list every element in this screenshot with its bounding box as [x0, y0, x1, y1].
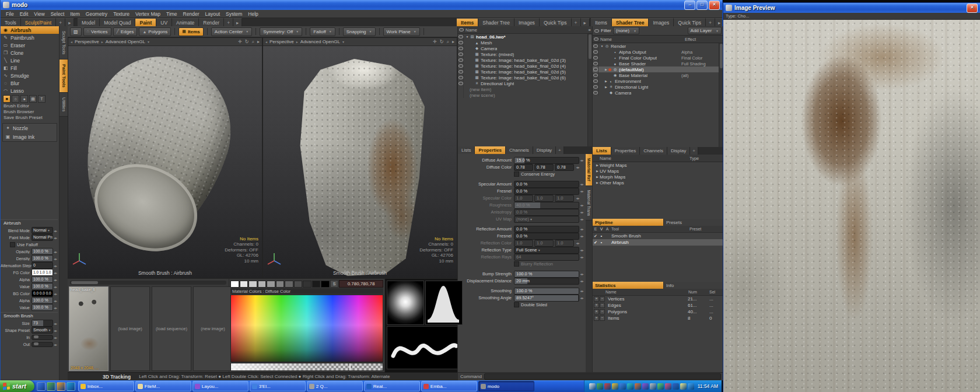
info-tab[interactable]: Info [663, 282, 723, 289]
prev-view-icon[interactable]: ◂ [71, 40, 72, 44]
field-attenuation-steps[interactable]: 0 [32, 262, 53, 269]
value-slider[interactable] [230, 363, 383, 371]
tool-blur[interactable]: ◌Blur [1, 79, 59, 87]
field-bump-strength[interactable]: 100.0 % [514, 271, 579, 278]
field-diffuse-amount[interactable]: 15.0 % [514, 157, 579, 164]
add-layer-dropdown[interactable]: Add Layer ▼ [688, 27, 722, 34]
task-button-filem[interactable]: FileM... [135, 381, 191, 391]
field-opacity[interactable]: 100.0 % [32, 248, 53, 255]
visibility-eye-icon[interactable] [458, 75, 464, 80]
shading-mode-label[interactable]: Advanced OpenGL [300, 39, 340, 44]
field-size[interactable]: 73 [32, 320, 53, 327]
stat-row-edges[interactable]: +−Edges61...... [593, 302, 723, 309]
remove-selection-button[interactable]: − [600, 296, 605, 302]
pipeline-row-airbrush[interactable]: ✔•Airbrush [593, 239, 723, 246]
field-density[interactable]: 100.0 % [32, 255, 53, 262]
list-menu-icon[interactable]: ≡ [589, 27, 591, 33]
task-button-real[interactable]: Real... [364, 381, 420, 391]
gray-swatch[interactable] [276, 281, 285, 288]
visibility-eye-icon[interactable] [458, 69, 464, 75]
orbit-icon[interactable]: ↻ [440, 39, 444, 45]
stepper-icon[interactable]: ◂▸ [575, 165, 580, 169]
task-button-2-q[interactable]: 2 Q... [307, 381, 363, 391]
stepper-icon[interactable]: ◂▸ [53, 335, 58, 340]
maximize-button[interactable]: □ [696, 1, 708, 10]
expander-icon[interactable]: ▶ [595, 169, 600, 173]
thumbnail-new-image[interactable]: (new image) [193, 286, 233, 371]
expander-icon[interactable]: ▼ [600, 44, 604, 48]
tab-uv[interactable]: UV [156, 18, 172, 26]
tab-lists[interactable]: Lists [593, 147, 611, 155]
stepper-icon[interactable]: ◂▸ [53, 306, 58, 310]
visibility-eye-icon[interactable] [593, 72, 598, 78]
viewport-left[interactable]: ◂ Perspective ▸ Advanced OpenGL ▾ ✛ ↻ ⌕ … [68, 37, 262, 278]
tray-icon[interactable] [589, 383, 596, 390]
shader-row-environment[interactable]: ▶◐Environment [593, 78, 719, 84]
tab-model[interactable]: Model [78, 18, 100, 26]
tab-shader-tree[interactable]: Shader Tree [478, 18, 514, 26]
expander-icon[interactable]: ▶ [604, 85, 608, 89]
field-value[interactable]: 100.0 % [32, 283, 53, 290]
visibility-eye-icon[interactable] [593, 84, 598, 90]
tab-overflow-icon[interactable]: ▸ [581, 18, 590, 26]
quick-launch-icon[interactable] [37, 382, 46, 391]
tab-channels[interactable]: Channels [506, 146, 533, 154]
stepper-icon[interactable]: ◂▸ [53, 292, 58, 296]
filter-dropdown[interactable]: (none) ▼ [613, 27, 639, 34]
items-mode-button[interactable]: ▦Items [178, 27, 204, 36]
stepper-icon[interactable]: ◂▸ [579, 289, 584, 293]
tool-line[interactable]: ╲Line [1, 57, 59, 64]
zoom-icon[interactable]: ⌕ [447, 39, 449, 45]
color-component-field[interactable]: 1.0 [534, 240, 554, 247]
visibility-eye-icon[interactable] [458, 51, 464, 57]
pan-icon[interactable]: ✛ [433, 39, 437, 45]
checkbox-conserve-energy[interactable] [514, 172, 519, 177]
visibility-eye-icon[interactable] [458, 46, 464, 51]
tab-paint[interactable]: Paint [135, 18, 156, 26]
checkbox-blurry-reflection[interactable] [514, 261, 519, 267]
slider-in[interactable] [32, 335, 53, 340]
hue-saturation-area[interactable] [230, 295, 383, 362]
stepper-icon[interactable]: ◂▸ [579, 217, 584, 221]
work-plane-menu[interactable]: Work Plane▼ [383, 27, 420, 36]
tab-overflow-icon[interactable]: ▸ [233, 18, 242, 26]
stepper-icon[interactable]: ◂▸ [53, 278, 58, 282]
color-component-field[interactable]: 1.0 [514, 240, 533, 247]
visibility-eye-icon[interactable] [593, 78, 598, 84]
view-type-label[interactable]: Perspective [75, 39, 99, 44]
link-brush-browser[interactable]: Brush Browser [1, 109, 59, 115]
visibility-eye-icon[interactable] [593, 49, 598, 55]
stepper-icon[interactable]: ◂▸ [579, 158, 584, 162]
stepper-icon[interactable]: ◂▸ [579, 189, 584, 193]
minimize-button[interactable]: – [684, 1, 695, 10]
stepper-icon[interactable]: ◂▸ [53, 264, 58, 268]
preview-titlebar[interactable]: Image Preview ✕ [723, 3, 980, 13]
stat-row-polygons[interactable]: +−Polygons40...... [593, 309, 723, 315]
shader-row-base-shader[interactable]: ●Base ShaderFull Shading [593, 61, 719, 66]
dropdown-shape-preset[interactable]: Smooth ▼ [32, 327, 53, 334]
color-component-field[interactable]: 1.0 [534, 195, 554, 202]
task-button-emba[interactable]: Emba... [421, 381, 477, 391]
thumbnail-scrollbar[interactable] [70, 281, 226, 285]
viewport-left-canvas[interactable]: No ItemsChannels: 0Deformers: OFFGL: 427… [68, 46, 262, 278]
tray-icon[interactable] [650, 383, 656, 390]
prev-view-icon[interactable]: ◂ [265, 40, 267, 44]
color-component-field[interactable]: 1.0 [514, 195, 533, 202]
close-button[interactable]: ✕ [709, 1, 720, 10]
tray-icon[interactable] [604, 383, 611, 390]
gray-swatch[interactable] [249, 281, 257, 288]
shader-row-directional-light[interactable]: ▶✳Directional Light [593, 84, 719, 90]
tool-nozzle[interactable]: ✦Nozzle [3, 124, 57, 132]
command-input[interactable] [484, 373, 721, 380]
tool-paintbrush[interactable]: ✎Paintbrush [1, 34, 59, 41]
tab-images[interactable]: Images [649, 18, 674, 26]
visibility-eye-icon[interactable] [458, 34, 464, 40]
item-row-texture-image-head-bake-final-02d-3[interactable]: ▦Texture: Image: head_bake_final_02d (3) [458, 57, 587, 63]
stepper-icon[interactable]: ◂▸ [53, 229, 58, 233]
tab-properties[interactable]: Properties [611, 147, 640, 155]
stepper-icon[interactable]: ◂▸ [53, 271, 58, 275]
color-component-field[interactable]: 0.78 [555, 164, 574, 171]
stepper-icon[interactable]: ◂▸ [579, 255, 584, 259]
stepper-icon[interactable]: ◂▸ [53, 328, 58, 332]
color-value-field[interactable]: 0.780,780,78 [339, 280, 383, 288]
